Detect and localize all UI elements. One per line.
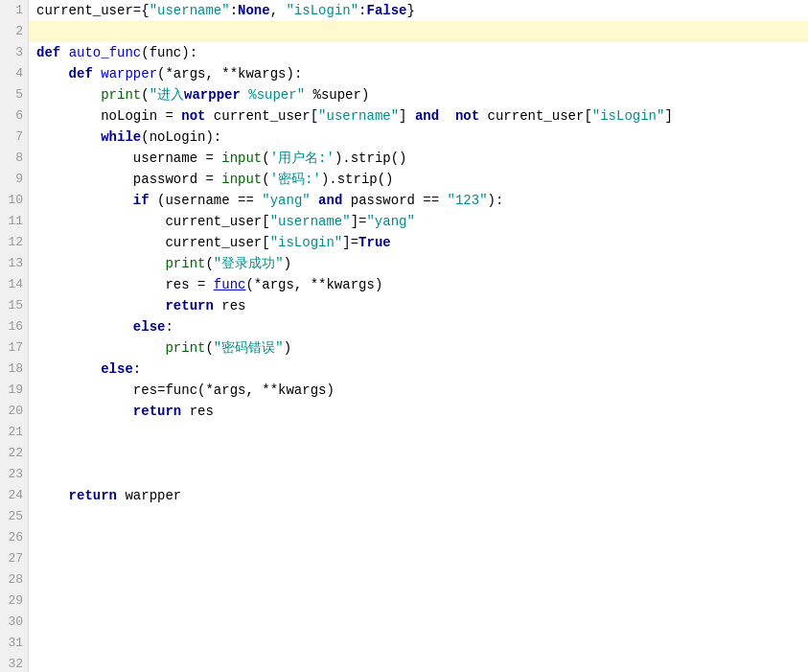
line-num-24: 24 (4, 485, 23, 506)
line-num-14: 14 (4, 274, 23, 295)
code-line-23 (29, 464, 808, 485)
code-line-30 (29, 612, 808, 633)
code-line-26 (29, 527, 808, 548)
code-line-18: else: (29, 359, 808, 380)
line-num-29: 29 (4, 591, 23, 612)
line-num-6: 6 (4, 105, 23, 127)
code-line-9: password = input('密码:').strip() (29, 169, 808, 190)
editor-container: 1 2 3 4 5 6 7 8 9 10 11 12 13 14 15 16 1… (0, 0, 808, 672)
line-num-7: 7 (4, 127, 23, 148)
line-num-26: 26 (4, 527, 23, 548)
code-line-14: res = func(*args, **kwargs) (29, 274, 808, 295)
code-line-8: username = input('用户名:').strip() (29, 148, 808, 169)
code-line-3: def auto_func(func): (29, 42, 808, 63)
line-num-1: 1 (4, 0, 23, 21)
code-line-10: if (username == "yang" and password == "… (29, 190, 808, 211)
line-num-18: 18 (4, 359, 23, 380)
code-line-29 (29, 591, 808, 612)
line-num-5: 5 (4, 84, 23, 105)
code-line-4: def warpper(*args, **kwargs): (29, 63, 808, 84)
line-numbers: 1 2 3 4 5 6 7 8 9 10 11 12 13 14 15 16 1… (0, 0, 29, 672)
line-num-2: 2 (4, 21, 23, 42)
line-num-13: 13 (4, 253, 23, 274)
line-num-10: 10 (4, 190, 23, 211)
code-line-21 (29, 422, 808, 443)
line-num-32: 32 (4, 654, 23, 672)
code-line-16: else: (29, 316, 808, 337)
code-line-13: print("登录成功") (29, 253, 808, 274)
code-line-24: return warpper (29, 485, 808, 506)
line-num-16: 16 (4, 316, 23, 337)
code-line-25 (29, 506, 808, 527)
line-num-20: 20 (4, 401, 23, 422)
code-line-6: noLogin = not current_user["username"] a… (29, 105, 808, 127)
line-num-27: 27 (4, 548, 23, 569)
line-num-8: 8 (4, 148, 23, 169)
line-num-22: 22 (4, 443, 23, 464)
code-line-31 (29, 633, 808, 654)
code-line-2 (29, 21, 808, 42)
code-line-32 (29, 654, 808, 672)
line-num-28: 28 (4, 569, 23, 591)
code-line-7: while(noLogin): (29, 127, 808, 148)
code-line-1: current_user={"username":None, "isLogin"… (29, 0, 808, 21)
line-num-15: 15 (4, 295, 23, 316)
code-line-5: print("进入warpper %super" %super) (29, 84, 808, 105)
code-line-11: current_user["username"]="yang" (29, 211, 808, 232)
line-num-25: 25 (4, 506, 23, 527)
code-line-15: return res (29, 295, 808, 316)
line-num-30: 30 (4, 612, 23, 633)
code-area: 1 2 3 4 5 6 7 8 9 10 11 12 13 14 15 16 1… (0, 0, 808, 672)
code-content[interactable]: current_user={"username":None, "isLogin"… (29, 0, 808, 672)
code-line-12: current_user["isLogin"]=True (29, 232, 808, 253)
line-num-31: 31 (4, 633, 23, 654)
code-line-22 (29, 443, 808, 464)
code-line-28 (29, 569, 808, 591)
line-num-9: 9 (4, 169, 23, 190)
line-num-21: 21 (4, 422, 23, 443)
code-line-27 (29, 548, 808, 569)
code-line-19: res=func(*args, **kwargs) (29, 380, 808, 401)
code-line-20: return res (29, 401, 808, 422)
line-num-17: 17 (4, 337, 23, 359)
line-num-19: 19 (4, 380, 23, 401)
line-num-3: 3 (4, 42, 23, 63)
line-num-23: 23 (4, 464, 23, 485)
line-num-11: 11 (4, 211, 23, 232)
line-num-12: 12 (4, 232, 23, 253)
line-num-4: 4 (4, 63, 23, 84)
code-line-17: print("密码错误") (29, 337, 808, 359)
